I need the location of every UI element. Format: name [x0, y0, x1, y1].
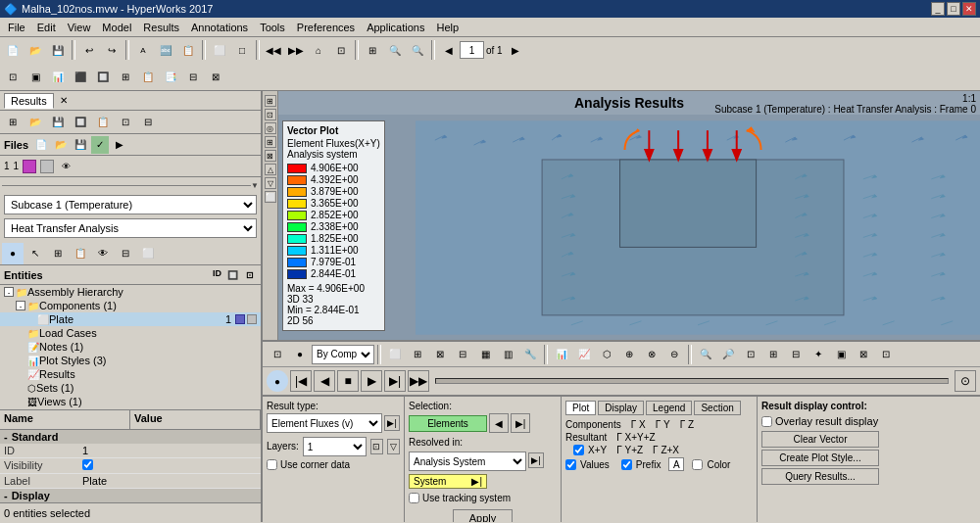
vp-handle-4[interactable]: ⊞	[265, 136, 276, 148]
menu-edit[interactable]: Edit	[31, 20, 62, 35]
play-stop[interactable]: ■	[337, 370, 359, 392]
tree-sets[interactable]: ⬡ Sets (1)	[0, 381, 261, 395]
files-btn3[interactable]: 💾	[72, 136, 89, 154]
bt-5[interactable]: ⊠	[429, 344, 451, 365]
pt2-btn1[interactable]: ●	[2, 243, 24, 264]
play-start[interactable]: |◀	[290, 370, 312, 392]
menu-annotations[interactable]: Annotations	[185, 20, 254, 35]
corner-data-checkbox[interactable]	[267, 459, 277, 470]
entities-btn1[interactable]: 🔲	[225, 268, 239, 282]
tb-prev[interactable]: ◀◀	[263, 39, 284, 61]
tb-home[interactable]: ⌂	[308, 39, 329, 61]
bt-10[interactable]: 📊	[551, 344, 572, 365]
tree-loadcases[interactable]: 📁 Load Cases	[0, 326, 261, 340]
plot-tab-section[interactable]: Section	[694, 401, 740, 415]
selection-prev[interactable]: ◀	[489, 413, 509, 433]
menu-preferences[interactable]: Preferences	[291, 20, 361, 35]
menu-file[interactable]: File	[2, 20, 31, 35]
pt-btn3[interactable]: 💾	[47, 112, 69, 133]
vp-handle-8[interactable]: ⬜	[265, 191, 276, 203]
tree-notes[interactable]: 📝 Notes (1)	[0, 340, 261, 354]
tree-assembly[interactable]: - 📁 Assembly Hierarchy	[0, 285, 261, 299]
pt-btn7[interactable]: ⊟	[137, 112, 159, 133]
pt2-arrow[interactable]: ↖	[24, 243, 46, 264]
plot-tab-legend[interactable]: Legend	[646, 401, 692, 415]
bt-13[interactable]: ⊕	[618, 344, 640, 365]
tb-next[interactable]: ▶▶	[285, 39, 307, 61]
vp-handle-5[interactable]: ⊠	[265, 150, 276, 162]
expand-components[interactable]: -	[16, 301, 25, 310]
vp-handle-1[interactable]: ⊞	[265, 95, 276, 107]
tree-results[interactable]: 📈 Results	[0, 367, 261, 381]
layers-select[interactable]: 1	[303, 437, 367, 456]
color-checkbox[interactable]	[692, 459, 703, 470]
tracking-checkbox[interactable]	[409, 493, 419, 503]
tb-deselect[interactable]: □	[231, 39, 253, 61]
tree-views[interactable]: 🖼 Views (1)	[0, 395, 261, 408]
tb2-9[interactable]: ⊟	[182, 66, 204, 87]
tb-zoom-fit[interactable]: ⊞	[362, 39, 383, 61]
pt-btn5[interactable]: 📋	[92, 112, 114, 133]
expand-assembly[interactable]: -	[4, 287, 14, 297]
vp-handle-3[interactable]: ◎	[265, 122, 276, 134]
results-tab-close[interactable]: ✕	[60, 95, 68, 106]
menu-results[interactable]: Results	[137, 20, 185, 35]
create-plot-button[interactable]: Create Plot Style...	[761, 450, 879, 466]
menu-tools[interactable]: Tools	[254, 20, 291, 35]
play-prev[interactable]: ◀	[314, 370, 335, 392]
tb2-2[interactable]: ▣	[24, 66, 46, 87]
pt2-btn4[interactable]: 📋	[70, 243, 91, 264]
close-button[interactable]: ✕	[962, 2, 976, 16]
layers-btn2[interactable]: ▽	[387, 439, 400, 454]
tb-btn5[interactable]: 📋	[177, 39, 199, 61]
plot-tab-display[interactable]: Display	[598, 401, 644, 415]
tb2-6[interactable]: ⊞	[115, 66, 136, 87]
pt2-btn6[interactable]: ⊟	[115, 243, 136, 264]
bt-dot[interactable]: ●	[267, 370, 288, 392]
analysis-select[interactable]: Heat Transfer Analysis	[4, 218, 257, 238]
vp-handle-7[interactable]: ▽	[265, 177, 276, 189]
tb2-10[interactable]: ⊠	[205, 66, 226, 87]
tb2-8[interactable]: 📑	[160, 66, 181, 87]
entities-btn2[interactable]: ⊡	[243, 268, 257, 282]
bt-20[interactable]: ⊟	[785, 344, 807, 365]
bt-11[interactable]: 📈	[573, 344, 595, 365]
apply-button[interactable]: Apply	[453, 509, 514, 522]
bt-3[interactable]: ⬜	[384, 344, 406, 365]
plate-color2[interactable]	[247, 314, 257, 324]
tb-page-next[interactable]: ▶	[505, 39, 526, 61]
menu-help[interactable]: Help	[430, 20, 465, 35]
bt-24[interactable]: ⊡	[875, 344, 897, 365]
layers-filter[interactable]: ⊡	[370, 439, 383, 454]
bt-14[interactable]: ⊗	[641, 344, 662, 365]
tree-plotstyles[interactable]: 📊 Plot Styles (3)	[0, 354, 261, 367]
expand-btn[interactable]: ▼	[251, 181, 259, 190]
tb-end[interactable]: ⊡	[330, 39, 352, 61]
plate-color[interactable]	[235, 314, 245, 324]
tb-new[interactable]: 📄	[2, 39, 24, 61]
tb-btn4[interactable]: 🔤	[155, 39, 176, 61]
subcase-select[interactable]: Subcase 1 (Temperature)	[4, 195, 257, 214]
tree-components[interactable]: - 📁 Components (1)	[0, 299, 261, 312]
tb2-5[interactable]: 🔲	[92, 66, 114, 87]
bt-7[interactable]: ▦	[474, 344, 496, 365]
eye-btn[interactable]: 👁	[58, 159, 74, 174]
bt-19[interactable]: ⊞	[762, 344, 784, 365]
overlay-checkbox[interactable]	[761, 416, 772, 427]
files-btn2[interactable]: 📂	[52, 136, 70, 154]
tb-zoom-in[interactable]: 🔍	[384, 39, 406, 61]
tb-save[interactable]: 💾	[47, 39, 69, 61]
bt-21[interactable]: ✦	[808, 344, 829, 365]
tb-page-prev[interactable]: ◀	[438, 39, 460, 61]
files-btn5[interactable]: ▶	[111, 136, 128, 154]
play-next[interactable]: ▶|	[384, 370, 406, 392]
viewport[interactable]: ⊞ ⊡ ◎ ⊞ ⊠ △ ▽ ⬜ Analysis Results 1:1 Sub…	[263, 91, 980, 340]
pt-btn6[interactable]: ⊡	[115, 112, 136, 133]
visibility-checkbox[interactable]	[82, 459, 93, 470]
pt-btn4[interactable]: 🔲	[70, 112, 91, 133]
result-type-next[interactable]: ▶|	[384, 415, 400, 431]
tb-select-all[interactable]: ⬜	[209, 39, 230, 61]
minimize-button[interactable]: _	[931, 2, 945, 16]
tb-undo[interactable]: ↩	[78, 39, 100, 61]
xy-checkbox[interactable]	[573, 445, 584, 455]
